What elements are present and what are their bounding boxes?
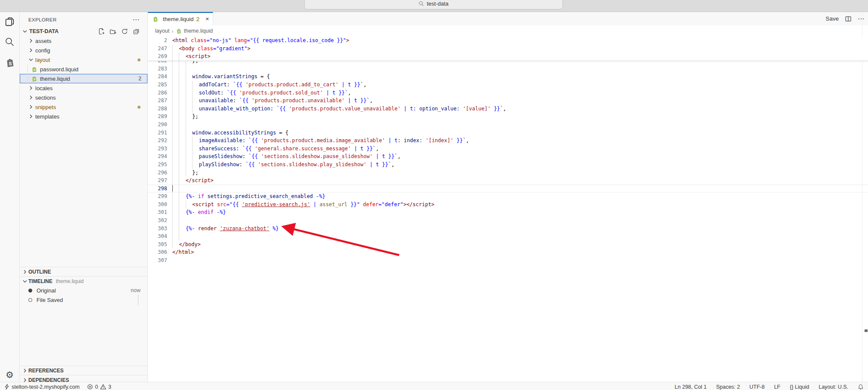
code-line-301[interactable]: 301{%- endif -%} xyxy=(148,208,868,216)
tree-item-snippets[interactable]: snippets xyxy=(20,102,147,112)
indent-guide xyxy=(179,97,185,105)
code-line-292[interactable]: 292imageAvailable: `{{ 'products.product… xyxy=(148,137,868,145)
new-file-icon[interactable] xyxy=(98,28,105,35)
shopify-file-icon: S xyxy=(31,76,37,82)
split-editor-icon[interactable] xyxy=(845,15,852,22)
code-line-306[interactable]: 306</html> xyxy=(148,248,868,256)
code-line-286[interactable]: 286soldOut: `{{ 'products.product.sold_o… xyxy=(148,89,868,97)
workspace-root-header[interactable]: TEST-DATA xyxy=(20,27,147,36)
tree-item-layout[interactable]: layout xyxy=(20,55,147,64)
indent-guide xyxy=(179,216,185,225)
code-line-296[interactable]: 296}; xyxy=(148,169,868,177)
chevron-right-icon xyxy=(28,104,34,110)
indent-guide xyxy=(179,121,185,129)
new-folder-icon[interactable] xyxy=(110,28,116,35)
code-line-298[interactable]: 298 xyxy=(148,185,868,193)
status-item-spaces-2[interactable]: Spaces: 2 xyxy=(716,383,740,390)
line-number: 301 xyxy=(148,208,172,216)
code-line-304[interactable]: 304 xyxy=(148,232,868,241)
line-number: 295 xyxy=(148,161,172,169)
breadcrumb-file[interactable]: theme.liquid xyxy=(184,28,213,34)
code-line-299[interactable]: 299{%- if settings.predictive_search_ena… xyxy=(148,192,868,201)
code-line-290[interactable]: 290 xyxy=(148,121,868,129)
tree-item-locales[interactable]: locales xyxy=(20,83,147,93)
indent-guide xyxy=(179,105,185,113)
code-line-293[interactable]: 293shareSuccess: `{{ 'general.share.succ… xyxy=(148,145,868,153)
status-item-liquid[interactable]: {} Liquid xyxy=(790,383,809,390)
timeline-item-file-saved[interactable]: File Saved xyxy=(20,295,147,305)
explorer-more-icon[interactable]: ⋯ xyxy=(133,18,140,22)
code-line-282[interactable]: 282}; xyxy=(148,61,868,65)
save-button[interactable]: Save xyxy=(825,15,839,22)
code-line-307[interactable]: 307 xyxy=(148,256,868,265)
code-line-2[interactable]: 2<html class="no-js" lang="{{ request.lo… xyxy=(148,37,868,45)
status-item-layout-u-s[interactable]: Layout: U.S. xyxy=(819,383,848,390)
indent-guide xyxy=(186,152,192,161)
code-line-269[interactable]: 269<script> xyxy=(148,52,868,61)
tab-theme-liquid[interactable]: S theme.liquid 2 ✕ xyxy=(148,12,213,25)
code-line-247[interactable]: 247<body class="gradient"> xyxy=(148,45,868,53)
panel-dependencies[interactable]: DEPENDENCIES xyxy=(20,375,147,382)
code-editor[interactable]: 2<html class="no-js" lang="{{ request.lo… xyxy=(148,37,868,265)
tree-item-assets[interactable]: assets xyxy=(20,36,147,46)
code-line-288[interactable]: 288unavailable_with_option: `{{ 'product… xyxy=(148,105,868,113)
shopify-connect-status[interactable]: stelton-test-2.myshopify.com xyxy=(4,383,79,390)
code-line-283[interactable]: 283 xyxy=(148,65,868,73)
indent-guide xyxy=(186,201,192,209)
more-actions-icon[interactable]: ⋯ xyxy=(858,17,865,21)
command-center[interactable]: test-data xyxy=(304,0,563,9)
line-number: 293 xyxy=(148,145,172,153)
tree-item-sections[interactable]: sections xyxy=(20,93,147,102)
code-line-291[interactable]: 291window.accessibilityStrings = { xyxy=(148,129,868,137)
status-item-utf-8[interactable]: UTF-8 xyxy=(749,383,764,390)
panel-dependencies-label: DEPENDENCIES xyxy=(28,377,69,382)
code-line-302[interactable]: 302 xyxy=(148,216,868,225)
search-sidebar-icon[interactable] xyxy=(0,34,19,49)
panel-timeline[interactable]: TIMELINE theme.liquid xyxy=(20,276,147,286)
line-number: 297 xyxy=(148,177,172,185)
code-line-285[interactable]: 285addToCart: `{{ 'products.product.add_… xyxy=(148,81,868,89)
svg-text:S: S xyxy=(34,78,36,81)
tree-item-theme-liquid[interactable]: Stheme.liquid2 xyxy=(20,74,147,83)
code-line-289[interactable]: 289}; xyxy=(148,113,868,121)
notifications-bell-icon[interactable] xyxy=(858,383,864,390)
indent-guide xyxy=(172,52,179,61)
explorer-header: EXPLORER ⋯ xyxy=(20,15,147,25)
code-line-300[interactable]: 300<script src="{{ 'predictive-search.js… xyxy=(148,201,868,209)
close-icon[interactable]: ✕ xyxy=(205,16,209,22)
indent-guide xyxy=(186,73,192,81)
search-icon xyxy=(419,1,424,6)
status-item-lf[interactable]: LF xyxy=(774,383,780,390)
explorer-title: EXPLORER xyxy=(28,17,57,22)
code-line-303[interactable]: 303{%- render 'zuzana-chatbot' %} xyxy=(148,225,868,233)
indent-guide xyxy=(172,185,179,193)
warning-icon xyxy=(100,384,106,390)
panel-outline[interactable]: OUTLINE xyxy=(20,267,147,276)
settings-gear-icon[interactable]: ⚙ xyxy=(0,368,19,382)
tree-item-templates[interactable]: templates xyxy=(20,112,147,121)
line-number: 247 xyxy=(148,45,172,53)
explorer-icon[interactable] xyxy=(0,14,19,29)
indent-guide xyxy=(172,169,179,177)
shopify-extension-icon[interactable]: S xyxy=(0,55,19,70)
modified-dot-icon xyxy=(138,58,141,61)
code-line-287[interactable]: 287unavailable: `{{ 'products.product.un… xyxy=(148,97,868,105)
code-line-295[interactable]: 295playSlideshow: `{{ 'sections.slidesho… xyxy=(148,161,868,169)
status-item-ln-298-col-1[interactable]: Ln 298, Col 1 xyxy=(675,383,706,390)
tree-item-password-liquid[interactable]: Spassword.liquid xyxy=(20,64,147,74)
problems-status[interactable]: 0 3 xyxy=(87,383,111,390)
code-line-294[interactable]: 294pauseSlideshow: `{{ 'sections.slidesh… xyxy=(148,152,868,161)
editor-scrollbar[interactable] xyxy=(862,12,862,382)
code-line-297[interactable]: 297</script> xyxy=(148,177,868,185)
refresh-icon[interactable] xyxy=(121,28,128,35)
code-line-305[interactable]: 305</body> xyxy=(148,241,868,249)
indent-guide xyxy=(172,177,179,185)
indent-guide xyxy=(192,145,199,153)
code-line-284[interactable]: 284window.variantStrings = { xyxy=(148,73,868,81)
timeline-item-original[interactable]: Original now xyxy=(20,286,147,295)
panel-references[interactable]: REFERENCES xyxy=(20,366,147,375)
breadcrumb-folder[interactable]: layout xyxy=(155,28,169,34)
tree-item-config[interactable]: config xyxy=(20,46,147,55)
collapse-folders-icon[interactable] xyxy=(133,28,140,35)
line-number: 289 xyxy=(148,113,172,121)
